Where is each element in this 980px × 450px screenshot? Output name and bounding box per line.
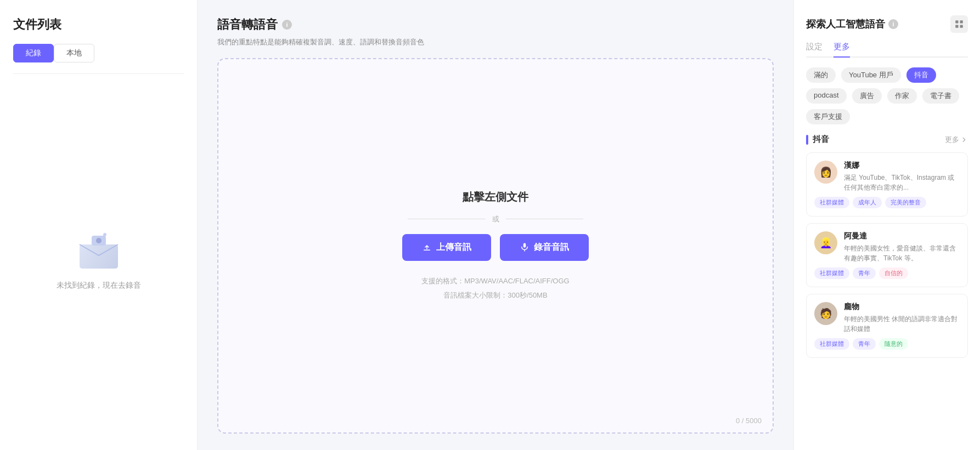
voice-tag: 自信的 xyxy=(879,267,908,279)
chevron-right-icon xyxy=(960,136,968,144)
empty-state: 未找到紀錄，現在去錄音 xyxy=(13,85,184,434)
svg-rect-10 xyxy=(955,25,958,28)
voice-card-header: 👩 漢娜 滿足 YouTube、TikTok、Instagram 或任何其他寄白… xyxy=(814,161,960,192)
record-button[interactable]: 錄音音訊 xyxy=(500,234,589,261)
tag-item[interactable]: 電子書 xyxy=(922,88,959,104)
voice-tags: 社群媒體成年人完美的整音 xyxy=(814,197,960,208)
tab-local[interactable]: 本地 xyxy=(54,44,94,62)
voice-name: 漢娜 xyxy=(844,161,960,170)
left-panel: 文件列表 紀錄 本地 未找到紀錄，現在去錄音 xyxy=(0,0,198,450)
upload-button[interactable]: 上傳音訊 xyxy=(402,234,491,261)
voice-desc: 年輕的美國男性 休閒的語調非常適合對話和媒體 xyxy=(844,314,960,334)
tag-item[interactable]: podcast xyxy=(806,88,847,104)
mic-icon xyxy=(520,242,530,252)
voice-name: 阿曼達 xyxy=(844,231,960,241)
avatar: 👱‍♀️ xyxy=(814,231,837,254)
voice-card-header: 🧑 龐物 年輕的美國男性 休閒的語調非常適合對話和媒體 xyxy=(814,302,960,334)
voices-container: 👩 漢娜 滿足 YouTube、TikTok、Instagram 或任何其他寄白… xyxy=(806,152,968,364)
right-info-icon[interactable]: i xyxy=(888,19,898,29)
tab-more[interactable]: 更多 xyxy=(833,42,850,58)
section-heading: 抖音 更多 xyxy=(806,134,968,145)
tag-item[interactable]: 廣告 xyxy=(852,88,882,104)
voice-tag: 青年 xyxy=(853,267,876,279)
tag-item[interactable]: 客戶支援 xyxy=(806,109,850,124)
voice-info: 龐物 年輕的美國男性 休閒的語調非常適合對話和媒體 xyxy=(844,302,960,334)
svg-rect-9 xyxy=(960,20,963,23)
svg-point-4 xyxy=(103,233,106,236)
voice-tag: 社群媒體 xyxy=(814,197,849,208)
upload-area[interactable]: 點擊左側文件 或 上傳音訊 錄音音訊 支援的格式：MP3 xyxy=(217,58,774,434)
voice-tag: 隨意的 xyxy=(879,338,908,350)
voice-tag: 社群媒體 xyxy=(814,338,849,350)
upload-icon xyxy=(422,242,432,252)
tab-record[interactable]: 紀錄 xyxy=(13,44,54,62)
format-info: 支援的格式：MP3/WAV/AAC/FLAC/AIFF/OGG 音訊檔案大小限制… xyxy=(421,274,569,303)
voice-tags: 社群媒體青年隨意的 xyxy=(814,338,960,350)
section-heading-bar xyxy=(806,135,808,145)
svg-rect-8 xyxy=(955,20,958,23)
middle-title: 語音轉語音 i xyxy=(217,16,774,33)
avatar: 👩 xyxy=(814,161,837,184)
voice-desc: 年輕的美國女性，愛音健談、非常還含有趣的事實、TikTok 等。 xyxy=(844,243,960,263)
voice-tag: 完美的整音 xyxy=(885,197,926,208)
avatar: 🧑 xyxy=(814,302,837,325)
right-action-button[interactable] xyxy=(950,15,968,33)
tab-settings[interactable]: 設定 xyxy=(806,42,823,58)
empty-box-icon xyxy=(74,228,123,272)
middle-panel: 語音轉語音 i 我們的重點特點是能夠精確複製音調、速度、語調和替換音頻音色 點擊… xyxy=(198,0,793,450)
tag-item[interactable]: 抖音 xyxy=(906,67,936,83)
divider xyxy=(13,73,184,74)
more-link[interactable]: 更多 xyxy=(945,135,968,145)
tag-item[interactable]: 作家 xyxy=(887,88,917,104)
tag-item[interactable]: 滿的 xyxy=(806,67,836,83)
tag-item[interactable]: YouTube 用戶 xyxy=(841,67,901,83)
empty-text: 未找到紀錄，現在去錄音 xyxy=(57,281,141,290)
grid-icon xyxy=(954,19,964,29)
svg-rect-5 xyxy=(424,250,430,251)
voice-card[interactable]: 🧑 龐物 年輕的美國男性 休閒的語調非常適合對話和媒體 社群媒體青年隨意的 xyxy=(806,294,968,358)
tab-group: 紀錄 本地 xyxy=(13,44,184,62)
right-header: 探索人工智慧語音 i xyxy=(806,15,968,33)
upload-area-title: 點擊左側文件 xyxy=(463,190,528,204)
left-panel-title: 文件列表 xyxy=(13,16,184,33)
voice-card[interactable]: 👩 漢娜 滿足 YouTube、TikTok、Instagram 或任何其他寄白… xyxy=(806,152,968,217)
svg-point-3 xyxy=(96,238,102,243)
or-divider: 或 xyxy=(408,214,583,224)
voice-tag: 青年 xyxy=(853,338,876,350)
voice-tags: 社群媒體青年自信的 xyxy=(814,267,960,279)
tags-row: 滿的YouTube 用戶抖音podcast廣告作家電子書客戶支援 xyxy=(806,67,968,124)
right-title: 探索人工智慧語音 i xyxy=(806,18,898,31)
voice-tag: 成年人 xyxy=(853,197,882,208)
svg-rect-6 xyxy=(523,243,526,248)
voice-desc: 滿足 YouTube、TikTok、Instagram 或任何其他寄白需求的..… xyxy=(844,173,960,192)
btn-group: 上傳音訊 錄音音訊 xyxy=(402,234,589,261)
voice-name: 龐物 xyxy=(844,302,960,312)
voice-info: 阿曼達 年輕的美國女性，愛音健談、非常還含有趣的事實、TikTok 等。 xyxy=(844,231,960,263)
middle-info-icon[interactable]: i xyxy=(282,20,292,30)
voice-tag: 社群媒體 xyxy=(814,267,849,279)
voice-card[interactable]: 👱‍♀️ 阿曼達 年輕的美國女性，愛音健談、非常還含有趣的事實、TikTok 等… xyxy=(806,223,968,287)
char-count: 0 / 5000 xyxy=(736,417,762,425)
right-tabs: 設定 更多 xyxy=(806,42,968,58)
section-label: 抖音 xyxy=(813,134,829,145)
svg-rect-11 xyxy=(960,25,963,28)
middle-subtitle: 我們的重點特點是能夠精確複製音調、速度、語調和替換音頻音色 xyxy=(217,37,774,47)
right-panel: 探索人工智慧語音 i 設定 更多 滿的YouTube 用戶抖音podcast廣告… xyxy=(793,0,980,450)
voice-card-header: 👱‍♀️ 阿曼達 年輕的美國女性，愛音健談、非常還含有趣的事實、TikTok 等… xyxy=(814,231,960,263)
voice-info: 漢娜 滿足 YouTube、TikTok、Instagram 或任何其他寄白需求… xyxy=(844,161,960,192)
